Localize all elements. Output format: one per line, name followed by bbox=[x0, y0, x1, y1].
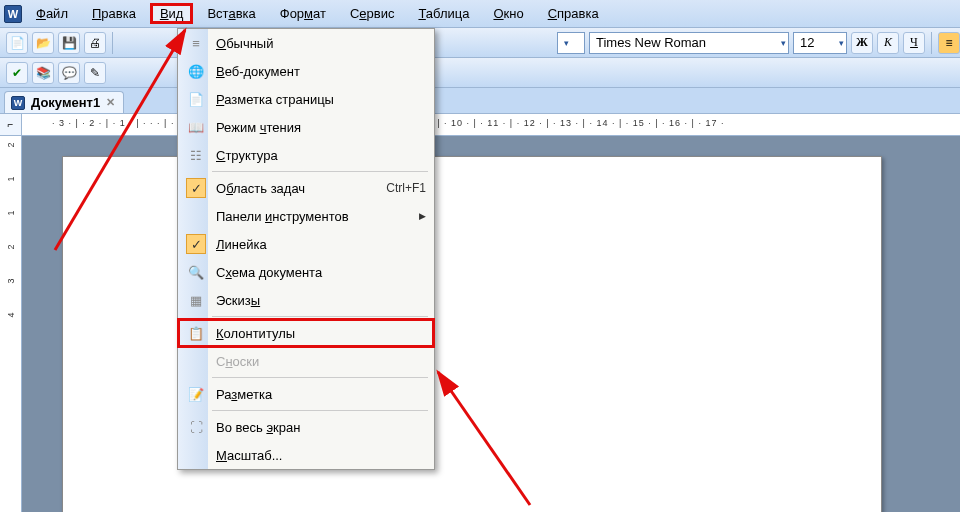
separator bbox=[212, 171, 428, 172]
menu-thumbnails[interactable]: ▦Эскизы bbox=[178, 286, 434, 314]
menu-document-map[interactable]: 🔍Схема документа bbox=[178, 258, 434, 286]
outline-icon: ☷ bbox=[186, 145, 206, 165]
workspace: 2 1 1 2 3 4 bbox=[0, 136, 960, 512]
ruler-corner: ⌐ bbox=[0, 114, 22, 135]
document-tab[interactable]: W Документ1 ✕ bbox=[4, 91, 124, 113]
menu-normal-view[interactable]: ≡Обычный bbox=[178, 29, 434, 57]
menu-insert[interactable]: Вставка bbox=[197, 3, 265, 24]
menu-format[interactable]: Формат bbox=[270, 3, 336, 24]
font-size-dropdown[interactable]: 12 ▾ bbox=[793, 32, 847, 54]
menu-view[interactable]: Вид bbox=[150, 3, 194, 24]
research-button[interactable]: 📚 bbox=[32, 62, 54, 84]
new-doc-button[interactable]: 📄 bbox=[6, 32, 28, 54]
toolbar-review: ✔ 📚 💬 ✎ bbox=[0, 58, 960, 88]
separator bbox=[212, 377, 428, 378]
font-name-value: Times New Roman bbox=[596, 35, 706, 50]
menu-help[interactable]: Справка bbox=[538, 3, 609, 24]
doc-icon: W bbox=[11, 96, 25, 110]
spellcheck-button[interactable]: ✔ bbox=[6, 62, 28, 84]
submenu-arrow-icon: ▶ bbox=[419, 211, 426, 221]
markup-icon: 📝 bbox=[186, 384, 206, 404]
blank-icon bbox=[186, 445, 206, 465]
menu-zoom[interactable]: Масштаб... bbox=[178, 441, 434, 469]
align-button[interactable]: ≡ bbox=[938, 32, 960, 54]
check-icon: ✓ bbox=[186, 178, 206, 198]
reading-icon: 📖 bbox=[186, 117, 206, 137]
menu-table[interactable]: Таблица bbox=[408, 3, 479, 24]
toolbar-standard: 📄 📂 💾 🖨 ▾ Times New Roman ▾ 12 ▾ Ж К Ч ≡ bbox=[0, 28, 960, 58]
app-icon: W bbox=[4, 5, 22, 23]
view-dropdown: ≡Обычный 🌐Веб-документ 📄Разметка страниц… bbox=[177, 28, 435, 470]
separator bbox=[931, 32, 932, 54]
ruler-vertical[interactable]: 2 1 1 2 3 4 bbox=[0, 136, 22, 512]
menu-window[interactable]: Окно bbox=[483, 3, 533, 24]
menubar: W Файл Правка Вид Вставка Формат Сервис … bbox=[0, 0, 960, 28]
underline-button[interactable]: Ч bbox=[903, 32, 925, 54]
docmap-icon: 🔍 bbox=[186, 262, 206, 282]
normal-icon: ≡ bbox=[186, 33, 206, 53]
menu-tools[interactable]: Сервис bbox=[340, 3, 405, 24]
check-icon: ✓ bbox=[186, 234, 206, 254]
font-size-value: 12 bbox=[800, 35, 814, 50]
print-layout-icon: 📄 bbox=[186, 89, 206, 109]
font-name-dropdown[interactable]: Times New Roman ▾ bbox=[589, 32, 789, 54]
fullscreen-icon: ⛶ bbox=[186, 417, 206, 437]
document-tabs: W Документ1 ✕ bbox=[0, 88, 960, 114]
menu-web-layout[interactable]: 🌐Веб-документ bbox=[178, 57, 434, 85]
menu-footnotes: Сноски bbox=[178, 347, 434, 375]
ruler-row: ⌐ · 3 · | · 2 · | · 1 · | · · · | · 1 · … bbox=[0, 114, 960, 136]
separator bbox=[212, 316, 428, 317]
web-icon: 🌐 bbox=[186, 61, 206, 81]
comment-button[interactable]: 💬 bbox=[58, 62, 80, 84]
close-tab-icon[interactable]: ✕ bbox=[106, 96, 115, 109]
ruler-horizontal[interactable]: · 3 · | · 2 · | · 1 · | · · · | · 1 · | … bbox=[22, 114, 960, 135]
menu-fullscreen[interactable]: ⛶Во весь экран bbox=[178, 413, 434, 441]
separator bbox=[212, 410, 428, 411]
menu-ruler[interactable]: ✓Линейка bbox=[178, 230, 434, 258]
header-footer-icon: 📋 bbox=[186, 323, 206, 343]
menu-edit[interactable]: Правка bbox=[82, 3, 146, 24]
menu-header-footer[interactable]: 📋Колонтитулы bbox=[178, 319, 434, 347]
track-button[interactable]: ✎ bbox=[84, 62, 106, 84]
menu-toolbars[interactable]: Панели инструментов▶ bbox=[178, 202, 434, 230]
page-area[interactable] bbox=[22, 136, 960, 512]
thumbnails-icon: ▦ bbox=[186, 290, 206, 310]
style-dropdown-arrow[interactable]: ▾ bbox=[557, 32, 585, 54]
menu-print-layout[interactable]: 📄Разметка страницы bbox=[178, 85, 434, 113]
bold-button[interactable]: Ж bbox=[851, 32, 873, 54]
menu-outline[interactable]: ☷Структура bbox=[178, 141, 434, 169]
blank-icon bbox=[186, 351, 206, 371]
menu-markup[interactable]: 📝Разметка bbox=[178, 380, 434, 408]
italic-button[interactable]: К bbox=[877, 32, 899, 54]
print-button[interactable]: 🖨 bbox=[84, 32, 106, 54]
separator bbox=[112, 32, 113, 54]
open-button[interactable]: 📂 bbox=[32, 32, 54, 54]
menu-task-pane[interactable]: ✓Область задачCtrl+F1 bbox=[178, 174, 434, 202]
save-button[interactable]: 💾 bbox=[58, 32, 80, 54]
document-tab-label: Документ1 bbox=[31, 95, 100, 110]
menu-reading-layout[interactable]: 📖Режим чтения bbox=[178, 113, 434, 141]
menu-file[interactable]: Файл bbox=[26, 3, 78, 24]
blank-icon bbox=[186, 206, 206, 226]
